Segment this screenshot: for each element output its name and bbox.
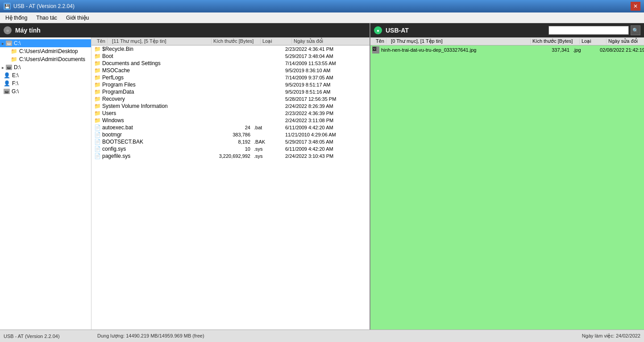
file-name: PerfLogs [102,74,124,81]
col-ngay-header: Ngày sửa đổi [292,38,368,44]
table-row[interactable]: 📄pagefile.sys3,220,692,992.sys2/24/2022 … [91,152,370,160]
file-list-panel: Tên [11 Thư mục], [5 Tệp tin] Kích thước… [91,37,370,330]
file-name: Windows [102,117,124,124]
tree-label-f: F:\ [12,80,18,87]
table-row[interactable]: 📁$Recycle.Bin2/23/2022 4:36:41 PM [91,45,370,53]
menu-thao-tac[interactable]: Thao tác [33,14,61,22]
table-row[interactable]: 📄autoexec.bat24.bat6/11/2009 4:42:20 AM [91,124,370,131]
folder-icon: 📁 [93,89,101,95]
folder-icon: 📁 [93,103,101,109]
close-button[interactable]: ✕ [631,2,640,11]
file-icon: 📄 [93,124,101,131]
table-row[interactable]: 📁Boot5/29/2017 3:48:04 AM [91,53,370,60]
file-size: 383,786 [209,132,254,137]
tree-item-documents[interactable]: 📁 C:\Users\Admin\Documents [0,55,91,63]
status-app-label: USB - AT (Version 2.2.04) [4,334,97,339]
file-date: 6/11/2009 4:42:20 AM [285,125,333,130]
file-date: 11/21/2010 4:29:06 AM [285,132,336,137]
table-row[interactable]: 📁Program Files9/5/2019 8:51:17 AM [91,81,370,88]
folder-icon: 📁 [93,53,101,59]
left-panel: ○ Máy tính ▸ 🖴 C:\ 📁 C:\Users\Admin\Desk… [0,23,370,330]
file-name: config.sys [102,146,126,152]
folder-icon-desktop: 📁 [11,48,17,54]
drive-icon-c: 🖴 [6,41,12,46]
right-search-button[interactable]: 🔍 [631,25,640,35]
file-date: 2/23/2022 4:36:41 PM [285,46,333,52]
status-disk-info: Dung lượng: 14490.219 MB/14959.969 MB (f… [97,333,582,339]
main-container: ○ Máy tính ▸ 🖴 C:\ 📁 C:\Users\Admin\Desk… [0,23,644,330]
tree-label-e: E:\ [12,72,19,78]
file-size: 3,220,692,992 [209,153,254,159]
right-header-icon: ● [374,26,382,34]
left-panel-title: Máy tính [15,27,41,34]
file-date: 7/14/2009 11:53:55 AM [285,61,336,66]
file-icon: 📄 [93,139,101,145]
table-row[interactable]: 📁Documents and Settings7/14/2009 11:53:5… [91,60,370,67]
drive-icon-f: 👤 [4,80,10,87]
table-row[interactable]: 📄BOOTSECT.BAK8,192.BAK5/29/2017 3:48:05 … [91,138,370,145]
tree-label-d: D:\ [14,64,21,70]
col-kichphuoc-header: Kích thước [Bytes] [212,38,261,44]
tree-item-desktop[interactable]: 📁 C:\Users\Admin\Desktop [0,47,91,55]
table-row[interactable]: 📁Recovery5/28/2017 12:56:35 PM [91,95,370,103]
table-row[interactable]: 📁Users2/23/2022 4:36:39 PM [91,110,370,117]
table-row[interactable]: 📁MSOCache9/5/2019 8:36:10 AM [91,67,370,74]
tree-label-g: G:\ [12,88,19,95]
table-row[interactable]: 📁PerfLogs7/14/2009 9:37:05 AM [91,74,370,81]
right-file-list: 🖼hinh-nen-trai-dat-vu-tru-dep_033327641.… [370,45,644,330]
drive-icon-g: 🖴 [4,89,10,94]
table-row[interactable]: 📄bootmgr383,78611/21/2010 4:29:06 AM [91,131,370,138]
file-name: ProgramData [102,89,134,95]
tree-label-desktop: C:\Users\Admin\Desktop [19,48,78,54]
file-type: .BAK [254,139,285,144]
left-panel-header: ○ Máy tính [0,23,370,37]
tree-item-e[interactable]: 👤 E:\ [0,71,91,79]
table-row[interactable]: 📄config.sys10.sys6/11/2009 4:42:20 AM [91,145,370,152]
file-size: 8,192 [209,139,254,144]
file-list-header: Tên [11 Thư mục], [5 Tệp tin] Kích thước… [91,37,370,45]
right-col-ten-header: Tên [0 Thư mục], [1 Tệp tin] [372,38,531,44]
right-search-input[interactable] [548,26,629,35]
tree-label-c: C:\ [14,40,21,46]
app-icon: 💾 [4,3,11,10]
file-name: Recovery [102,96,125,102]
folder-icon: 📁 [93,46,101,52]
col-ten-header: Tên [11 Thư mục], [5 Tệp tin] [93,38,212,44]
table-row[interactable]: 📁Windows2/24/2022 3:11:08 PM [91,117,370,124]
right-col-kichphuoc-header: Kích thước [Bytes] [531,38,580,44]
menu-he-thong[interactable]: Hệ thống [2,14,31,22]
file-date: 5/28/2017 12:56:35 PM [285,96,336,102]
menu-gioi-thieu[interactable]: Giới thiệu [62,14,92,22]
left-panel-content: ▸ 🖴 C:\ 📁 C:\Users\Admin\Desktop 📁 C:\Us… [0,37,370,330]
file-date: 2/23/2022 4:36:39 PM [285,111,333,116]
file-name: Users [102,110,116,116]
file-icon: 📄 [93,146,101,152]
folder-icon: 📁 [93,82,101,88]
file-name: BOOTSECT.BAK [102,139,143,145]
tree-item-c[interactable]: ▸ 🖴 C:\ [0,39,91,47]
folder-icon-docs: 📁 [11,56,17,62]
file-name: $Recycle.Bin [102,46,133,52]
menu-bar: Hệ thống Thao tác Giới thiệu [0,12,644,23]
file-name: autoexec.bat [102,124,133,131]
table-row[interactable]: 📁System Volume Information2/24/2022 8:26… [91,103,370,110]
file-date: 6/11/2009 4:42:20 AM [285,146,333,152]
file-list: 📁$Recycle.Bin2/23/2022 4:36:41 PM📁Boot5/… [91,45,370,330]
file-size: 10 [209,146,254,152]
table-row[interactable]: 🖼hinh-nen-trai-dat-vu-tru-dep_033327641.… [370,45,644,54]
left-header-icon: ○ [4,26,12,34]
tree-label-docs: C:\Users\Admin\Documents [19,56,85,62]
window-title: USB - AT (Version 2.2.04) [13,3,75,9]
image-thumbnail-icon: 🖼 [372,46,379,54]
right-col-header: Tên [0 Thư mục], [1 Tệp tin] Kích thước … [370,37,644,45]
file-date: 9/5/2019 8:51:17 AM [285,82,331,87]
tree-item-g[interactable]: 🖴 G:\ [0,87,91,95]
file-icon: 📄 [93,153,101,159]
tree-item-d[interactable]: ▸ 🖴 D:\ [0,63,91,71]
table-row[interactable]: 📁ProgramData9/5/2019 8:51:16 AM [91,88,370,95]
expand-icon: ▸ [2,41,4,46]
right-panel: ● USB-AT 🔍 Tên [0 Thư mục], [1 Tệp tin] … [370,23,644,330]
status-bar: USB - AT (Version 2.2.04) Dung lượng: 14… [0,330,644,342]
tree-panel: ▸ 🖴 C:\ 📁 C:\Users\Admin\Desktop 📁 C:\Us… [0,37,91,330]
tree-item-f[interactable]: 👤 F:\ [0,79,91,87]
